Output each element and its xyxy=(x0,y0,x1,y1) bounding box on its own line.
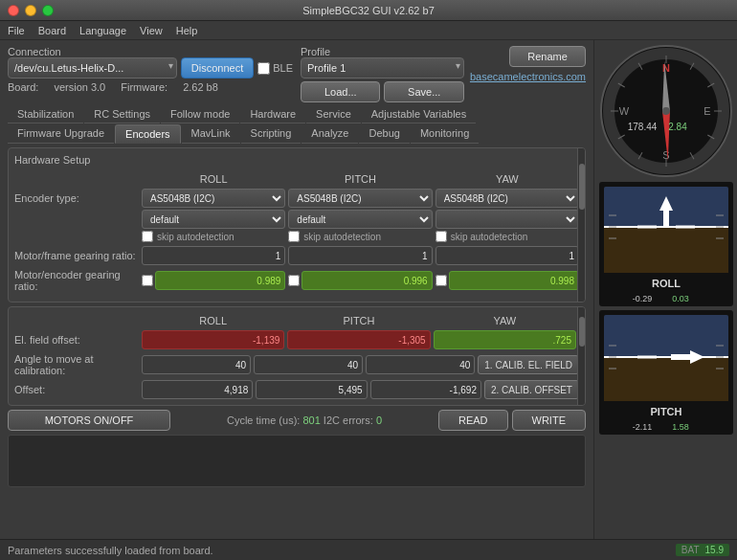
pitch-el-offset[interactable] xyxy=(287,330,430,349)
pitch-angle[interactable] xyxy=(254,355,363,374)
maximize-button[interactable] xyxy=(42,5,54,16)
tab-service[interactable]: Service xyxy=(306,105,361,123)
pitch-offset[interactable] xyxy=(256,380,367,399)
yaw-el-offset[interactable] xyxy=(434,330,576,349)
minimize-button[interactable] xyxy=(25,5,36,16)
pitch-sub-select[interactable]: default xyxy=(288,210,432,229)
read-button[interactable]: READ xyxy=(438,410,508,431)
roll-angle[interactable] xyxy=(142,355,251,374)
menubar: File Board Language View Help xyxy=(0,21,737,40)
close-button[interactable] xyxy=(8,5,19,16)
motor-gearing-label: Motor/frame gearing ratio: xyxy=(14,248,139,263)
log-area xyxy=(8,435,586,487)
tab-rc-settings[interactable]: RC Settings xyxy=(84,105,160,123)
pitch-encoder-select[interactable]: AS5048B (I2C) xyxy=(288,189,432,208)
main-container: Connection /dev/cu.Letus-Helix-D... Disc… xyxy=(0,40,737,539)
calib-scrollbar-thumb[interactable] xyxy=(579,317,585,347)
roll-motor-gear[interactable] xyxy=(142,246,285,265)
right-panel: N E S W 178.44 2.84 xyxy=(593,40,737,539)
pitch-enc-gear-check[interactable] xyxy=(288,275,300,286)
bat-label: BAT xyxy=(681,545,700,555)
menu-help[interactable]: Help xyxy=(176,25,198,36)
profile-select[interactable]: Profile 1 xyxy=(301,57,464,78)
yaw-sub-select[interactable] xyxy=(436,210,579,229)
col-yaw: YAW xyxy=(436,171,579,187)
rename-button[interactable]: Rename xyxy=(509,46,586,67)
menu-language[interactable]: Language xyxy=(79,25,126,36)
write-button[interactable]: WRITE xyxy=(512,410,586,431)
encoder-type-label: Encoder type: xyxy=(14,190,139,206)
menu-view[interactable]: View xyxy=(140,25,163,36)
el-field-label: El. field offset: xyxy=(14,332,139,347)
offset-label: Offset: xyxy=(14,382,139,397)
roll-gauge: ROLL -0.29 0.03 xyxy=(599,182,733,306)
svg-text:178.44: 178.44 xyxy=(627,122,657,132)
yaw-offset[interactable] xyxy=(370,380,481,399)
col-roll: ROLL xyxy=(142,171,285,187)
yaw-motor-gear[interactable] xyxy=(436,246,579,265)
compass-gauge: N E S W 178.44 2.84 xyxy=(599,44,733,178)
yaw-enc-gear-check[interactable] xyxy=(436,275,447,286)
roll-skip-check[interactable] xyxy=(142,231,153,242)
pitch-enc-gear[interactable] xyxy=(302,271,432,290)
calib-col-pitch: PITCH xyxy=(287,313,430,328)
scrollbar-thumb[interactable] xyxy=(579,164,585,210)
menu-board[interactable]: Board xyxy=(38,25,66,36)
tab-mavlink[interactable]: MavLink xyxy=(182,124,240,144)
svg-text:0.03: 0.03 xyxy=(672,294,689,303)
svg-rect-35 xyxy=(663,211,669,228)
tab-analyze[interactable]: Analyze xyxy=(302,124,358,144)
calib-scrollbar[interactable] xyxy=(577,307,585,405)
save-button[interactable]: Save... xyxy=(384,81,463,102)
svg-text:W: W xyxy=(618,105,629,117)
yaw-angle[interactable] xyxy=(366,355,475,374)
load-button[interactable]: Load... xyxy=(301,81,380,102)
cycle-value: 801 xyxy=(302,414,320,426)
tab-follow-mode[interactable]: Follow mode xyxy=(161,105,239,123)
yaw-skip-check-row: skip autodetection xyxy=(436,231,579,242)
pitch-svg: PITCH -2.11 1.58 xyxy=(599,310,733,435)
svg-text:-0.29: -0.29 xyxy=(632,294,652,303)
pitch-skip-check-row: skip autodetection xyxy=(288,231,432,242)
tab-hardware[interactable]: Hardware xyxy=(240,105,305,123)
tab-firmware-upgrade[interactable]: Firmware Upgrade xyxy=(8,124,114,144)
roll-sub-select[interactable]: default xyxy=(142,210,285,229)
disconnect-button[interactable]: Disconnect xyxy=(181,57,254,78)
tabs-row1: Stabilization RC Settings Follow mode Ha… xyxy=(8,105,586,123)
tab-encoders[interactable]: Encoders xyxy=(115,124,180,144)
roll-encoder-select[interactable]: AS5048B (I2C) xyxy=(142,189,285,208)
roll-enc-gear-check[interactable] xyxy=(142,275,153,286)
encoder-gearing-label: Motor/encoder gearing ratio: xyxy=(14,267,139,294)
status-message: Parameters successfully loaded from boar… xyxy=(8,545,213,556)
pitch-skip-check[interactable] xyxy=(288,231,300,242)
titlebar-buttons xyxy=(8,5,54,16)
pitch-gauge: PITCH -2.11 1.58 xyxy=(599,310,733,435)
pitch-motor-gear[interactable] xyxy=(288,246,432,265)
port-select[interactable]: /dev/cu.Letus-Helix-D... xyxy=(8,57,177,78)
website-link[interactable]: basecamelectronics.com xyxy=(470,71,586,82)
tab-stabilization[interactable]: Stabilization xyxy=(8,105,83,123)
firmware-label: Firmware: xyxy=(121,81,168,93)
board-version: version 3.0 xyxy=(54,81,105,93)
motors-button[interactable]: MOTORS ON/OFF xyxy=(8,410,170,431)
tab-adjustable-variables[interactable]: Adjustable Variables xyxy=(362,105,476,123)
roll-skip-check-row: skip autodetection xyxy=(142,231,285,242)
scrollbar[interactable] xyxy=(577,148,585,302)
ble-check[interactable] xyxy=(257,62,270,75)
yaw-skip-check[interactable] xyxy=(436,231,447,242)
calib-col-roll: ROLL xyxy=(142,313,284,328)
svg-rect-53 xyxy=(671,354,690,360)
tab-monitoring[interactable]: Monitoring xyxy=(411,124,479,144)
bottom-bar: MOTORS ON/OFF Cycle time (us): 801 I2C e… xyxy=(8,410,586,431)
calib-offset-button[interactable]: 2. CALIB. OFFSET xyxy=(484,380,579,399)
roll-offset[interactable] xyxy=(142,380,253,399)
yaw-enc-gear[interactable] xyxy=(449,271,579,290)
window-title: SimpleBGC32 GUI v2.62 b7 xyxy=(302,5,435,16)
roll-el-offset[interactable] xyxy=(142,330,284,349)
calib-el-field-button[interactable]: 1. CALIB. EL. FIELD xyxy=(478,355,579,374)
tab-debug[interactable]: Debug xyxy=(359,124,409,144)
roll-enc-gear[interactable] xyxy=(155,271,285,290)
yaw-encoder-select[interactable]: AS5048B (I2C) xyxy=(436,189,579,208)
tab-scripting[interactable]: Scripting xyxy=(241,124,302,144)
menu-file[interactable]: File xyxy=(8,25,25,36)
